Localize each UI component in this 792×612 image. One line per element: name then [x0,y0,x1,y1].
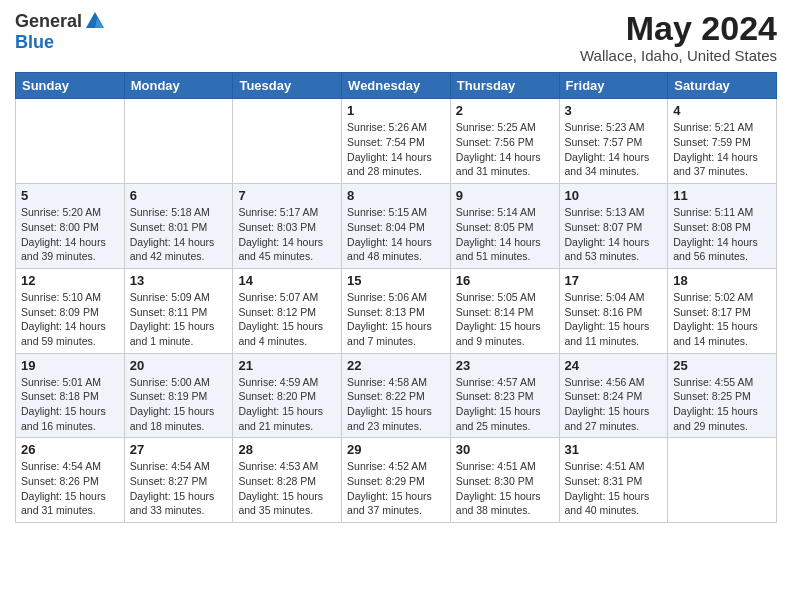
calendar-week-row: 26Sunrise: 4:54 AMSunset: 8:26 PMDayligh… [16,438,777,523]
calendar-cell: 21Sunrise: 4:59 AMSunset: 8:20 PMDayligh… [233,353,342,438]
day-number: 27 [130,442,228,457]
day-number: 7 [238,188,336,203]
day-info: Sunrise: 4:56 AMSunset: 8:24 PMDaylight:… [565,375,663,434]
day-info: Sunrise: 5:13 AMSunset: 8:07 PMDaylight:… [565,205,663,264]
calendar-week-row: 12Sunrise: 5:10 AMSunset: 8:09 PMDayligh… [16,268,777,353]
day-info: Sunrise: 5:05 AMSunset: 8:14 PMDaylight:… [456,290,554,349]
day-info: Sunrise: 4:59 AMSunset: 8:20 PMDaylight:… [238,375,336,434]
logo-icon [84,10,106,32]
calendar-header-thursday: Thursday [450,73,559,99]
day-number: 8 [347,188,445,203]
day-number: 4 [673,103,771,118]
day-number: 11 [673,188,771,203]
day-number: 30 [456,442,554,457]
day-number: 31 [565,442,663,457]
day-number: 5 [21,188,119,203]
day-info: Sunrise: 4:51 AMSunset: 8:30 PMDaylight:… [456,459,554,518]
calendar-week-row: 5Sunrise: 5:20 AMSunset: 8:00 PMDaylight… [16,184,777,269]
day-number: 15 [347,273,445,288]
calendar-cell: 6Sunrise: 5:18 AMSunset: 8:01 PMDaylight… [124,184,233,269]
calendar-cell: 29Sunrise: 4:52 AMSunset: 8:29 PMDayligh… [342,438,451,523]
day-info: Sunrise: 4:58 AMSunset: 8:22 PMDaylight:… [347,375,445,434]
calendar-cell: 13Sunrise: 5:09 AMSunset: 8:11 PMDayligh… [124,268,233,353]
day-info: Sunrise: 5:20 AMSunset: 8:00 PMDaylight:… [21,205,119,264]
day-number: 19 [21,358,119,373]
day-number: 9 [456,188,554,203]
calendar-cell: 1Sunrise: 5:26 AMSunset: 7:54 PMDaylight… [342,99,451,184]
day-info: Sunrise: 4:51 AMSunset: 8:31 PMDaylight:… [565,459,663,518]
calendar-header-wednesday: Wednesday [342,73,451,99]
calendar-cell: 31Sunrise: 4:51 AMSunset: 8:31 PMDayligh… [559,438,668,523]
day-info: Sunrise: 4:55 AMSunset: 8:25 PMDaylight:… [673,375,771,434]
calendar-cell: 24Sunrise: 4:56 AMSunset: 8:24 PMDayligh… [559,353,668,438]
day-number: 12 [21,273,119,288]
day-number: 21 [238,358,336,373]
calendar-cell [124,99,233,184]
day-info: Sunrise: 5:25 AMSunset: 7:56 PMDaylight:… [456,120,554,179]
logo-blue: Blue [15,32,54,53]
day-info: Sunrise: 5:00 AMSunset: 8:19 PMDaylight:… [130,375,228,434]
day-info: Sunrise: 4:57 AMSunset: 8:23 PMDaylight:… [456,375,554,434]
calendar-week-row: 19Sunrise: 5:01 AMSunset: 8:18 PMDayligh… [16,353,777,438]
calendar-table: SundayMondayTuesdayWednesdayThursdayFrid… [15,72,777,523]
calendar-cell: 7Sunrise: 5:17 AMSunset: 8:03 PMDaylight… [233,184,342,269]
calendar-cell: 11Sunrise: 5:11 AMSunset: 8:08 PMDayligh… [668,184,777,269]
day-number: 22 [347,358,445,373]
day-info: Sunrise: 5:26 AMSunset: 7:54 PMDaylight:… [347,120,445,179]
calendar-cell [668,438,777,523]
calendar-header-monday: Monday [124,73,233,99]
day-number: 29 [347,442,445,457]
day-number: 6 [130,188,228,203]
day-info: Sunrise: 5:17 AMSunset: 8:03 PMDaylight:… [238,205,336,264]
calendar-cell: 23Sunrise: 4:57 AMSunset: 8:23 PMDayligh… [450,353,559,438]
calendar-header-sunday: Sunday [16,73,125,99]
day-info: Sunrise: 5:01 AMSunset: 8:18 PMDaylight:… [21,375,119,434]
day-info: Sunrise: 5:21 AMSunset: 7:59 PMDaylight:… [673,120,771,179]
calendar-cell: 22Sunrise: 4:58 AMSunset: 8:22 PMDayligh… [342,353,451,438]
day-number: 3 [565,103,663,118]
day-info: Sunrise: 5:14 AMSunset: 8:05 PMDaylight:… [456,205,554,264]
day-number: 24 [565,358,663,373]
calendar-cell: 17Sunrise: 5:04 AMSunset: 8:16 PMDayligh… [559,268,668,353]
header: General Blue May 2024 Wallace, Idaho, Un… [15,10,777,64]
calendar-cell: 9Sunrise: 5:14 AMSunset: 8:05 PMDaylight… [450,184,559,269]
calendar-cell: 12Sunrise: 5:10 AMSunset: 8:09 PMDayligh… [16,268,125,353]
calendar-header-saturday: Saturday [668,73,777,99]
day-number: 14 [238,273,336,288]
day-info: Sunrise: 5:07 AMSunset: 8:12 PMDaylight:… [238,290,336,349]
day-number: 2 [456,103,554,118]
calendar-cell: 20Sunrise: 5:00 AMSunset: 8:19 PMDayligh… [124,353,233,438]
day-number: 17 [565,273,663,288]
calendar-cell: 16Sunrise: 5:05 AMSunset: 8:14 PMDayligh… [450,268,559,353]
calendar-cell: 28Sunrise: 4:53 AMSunset: 8:28 PMDayligh… [233,438,342,523]
title-section: May 2024 Wallace, Idaho, United States [580,10,777,64]
day-number: 25 [673,358,771,373]
calendar-header-row: SundayMondayTuesdayWednesdayThursdayFrid… [16,73,777,99]
day-number: 16 [456,273,554,288]
calendar-cell [16,99,125,184]
calendar-cell: 14Sunrise: 5:07 AMSunset: 8:12 PMDayligh… [233,268,342,353]
day-number: 18 [673,273,771,288]
month-year-title: May 2024 [580,10,777,47]
day-info: Sunrise: 5:23 AMSunset: 7:57 PMDaylight:… [565,120,663,179]
calendar-cell: 27Sunrise: 4:54 AMSunset: 8:27 PMDayligh… [124,438,233,523]
logo: General Blue [15,10,106,53]
calendar-cell: 26Sunrise: 4:54 AMSunset: 8:26 PMDayligh… [16,438,125,523]
day-number: 26 [21,442,119,457]
calendar-cell: 10Sunrise: 5:13 AMSunset: 8:07 PMDayligh… [559,184,668,269]
day-number: 1 [347,103,445,118]
calendar-cell: 25Sunrise: 4:55 AMSunset: 8:25 PMDayligh… [668,353,777,438]
day-number: 20 [130,358,228,373]
day-info: Sunrise: 5:04 AMSunset: 8:16 PMDaylight:… [565,290,663,349]
calendar-cell: 8Sunrise: 5:15 AMSunset: 8:04 PMDaylight… [342,184,451,269]
calendar-cell: 4Sunrise: 5:21 AMSunset: 7:59 PMDaylight… [668,99,777,184]
calendar-cell: 18Sunrise: 5:02 AMSunset: 8:17 PMDayligh… [668,268,777,353]
day-info: Sunrise: 5:11 AMSunset: 8:08 PMDaylight:… [673,205,771,264]
calendar-cell: 5Sunrise: 5:20 AMSunset: 8:00 PMDaylight… [16,184,125,269]
calendar-cell: 30Sunrise: 4:51 AMSunset: 8:30 PMDayligh… [450,438,559,523]
day-info: Sunrise: 4:53 AMSunset: 8:28 PMDaylight:… [238,459,336,518]
day-info: Sunrise: 4:54 AMSunset: 8:27 PMDaylight:… [130,459,228,518]
day-info: Sunrise: 4:52 AMSunset: 8:29 PMDaylight:… [347,459,445,518]
day-number: 10 [565,188,663,203]
day-info: Sunrise: 5:18 AMSunset: 8:01 PMDaylight:… [130,205,228,264]
